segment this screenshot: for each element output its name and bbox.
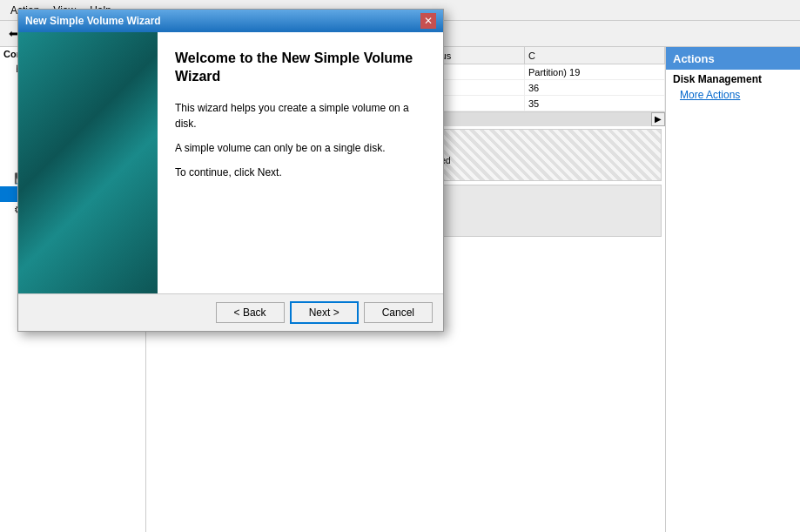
dialog-sidebar-art	[18, 32, 158, 293]
dialog-body: Welcome to the New Simple Volume Wizard …	[18, 32, 443, 293]
dialog-footer: < Back Next > Cancel	[18, 293, 443, 331]
dialog-text1: This wizard helps you create a simple vo…	[175, 100, 426, 131]
cancel-button[interactable]: Cancel	[364, 302, 433, 323]
main-container: Computer Management (Local 🖥 System Tool…	[0, 47, 800, 532]
dialog-content: Welcome to the New Simple Volume Wizard …	[158, 32, 443, 293]
dialog-overlay: New Simple Volume Wizard ✕ Welcome to th…	[0, 0, 800, 532]
dialog-title-text: New Simple Volume Wizard	[25, 15, 161, 27]
dialog-text3: To continue, click Next.	[175, 165, 426, 180]
next-button[interactable]: Next >	[290, 301, 359, 324]
dialog-titlebar: New Simple Volume Wizard ✕	[18, 10, 443, 32]
dialog-sidebar-gradient	[18, 32, 158, 293]
dialog-close-button[interactable]: ✕	[420, 13, 436, 29]
wizard-dialog: New Simple Volume Wizard ✕ Welcome to th…	[17, 9, 444, 332]
back-button[interactable]: < Back	[216, 302, 285, 323]
dialog-heading: Welcome to the New Simple Volume Wizard	[175, 50, 426, 86]
dialog-text2: A simple volume can only be on a single …	[175, 140, 426, 156]
